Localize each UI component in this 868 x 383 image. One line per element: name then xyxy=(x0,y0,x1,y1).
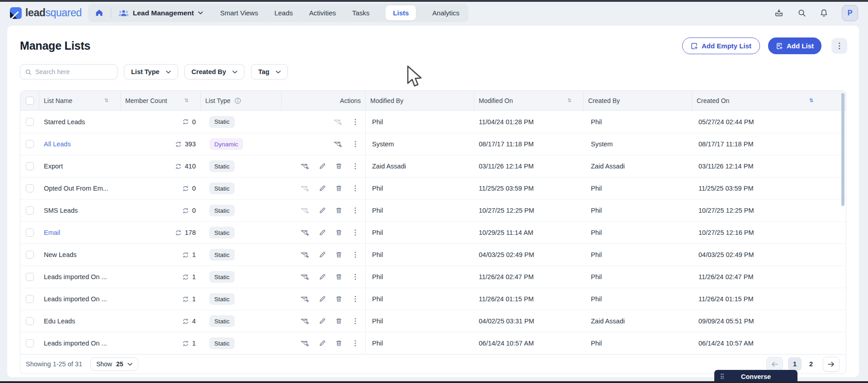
created-by-cell: Phil xyxy=(584,222,692,243)
row-checkbox[interactable] xyxy=(26,206,34,215)
page-1-button[interactable]: 1 xyxy=(788,357,802,371)
row-checkbox[interactable] xyxy=(26,229,34,237)
tab-lists[interactable]: Lists xyxy=(386,5,416,20)
refresh-count-icon[interactable] xyxy=(175,163,182,170)
delete-icon[interactable] xyxy=(335,207,342,214)
table-scrollbar-thumb[interactable] xyxy=(841,93,844,206)
edit-icon[interactable] xyxy=(319,340,326,347)
filter-dropdown-created-by[interactable]: Created By xyxy=(184,64,245,79)
more-actions-icon[interactable]: ⋮ xyxy=(352,118,359,126)
search-icon[interactable] xyxy=(797,9,806,17)
list-type-info-icon[interactable] xyxy=(235,98,241,104)
drag-handle-icon[interactable] xyxy=(721,374,724,380)
refresh-count-icon[interactable] xyxy=(182,296,189,303)
more-actions-icon[interactable]: ⋮ xyxy=(352,295,359,303)
workspace-switcher[interactable]: Lead Management xyxy=(115,9,207,17)
send-email-icon[interactable] xyxy=(334,118,342,126)
tab-activities[interactable]: Activities xyxy=(309,9,336,17)
delete-icon[interactable] xyxy=(335,229,342,236)
notifications-bell-icon[interactable] xyxy=(820,9,828,18)
delete-icon[interactable] xyxy=(335,273,342,280)
refresh-count-icon[interactable] xyxy=(182,118,189,125)
more-actions-icon[interactable]: ⋮ xyxy=(352,251,359,258)
member-count-cell: 4 xyxy=(121,310,201,332)
send-email-icon[interactable] xyxy=(334,140,342,148)
tab-tasks[interactable]: Tasks xyxy=(352,9,369,17)
row-checkbox[interactable] xyxy=(26,339,34,347)
send-email-icon[interactable] xyxy=(301,229,309,236)
more-actions-icon[interactable]: ⋮ xyxy=(352,140,359,148)
filter-dropdown-list-type[interactable]: List Type xyxy=(124,64,178,79)
edit-icon[interactable] xyxy=(319,185,326,192)
more-actions-icon[interactable]: ⋮ xyxy=(352,318,359,325)
edit-icon[interactable] xyxy=(319,273,326,280)
more-actions-icon[interactable]: ⋮ xyxy=(352,340,359,347)
delete-icon[interactable] xyxy=(335,295,342,303)
more-actions-icon[interactable]: ⋮ xyxy=(352,185,359,192)
page-2-button[interactable]: 2 xyxy=(804,357,818,371)
refresh-count-icon[interactable] xyxy=(182,185,189,192)
list-name[interactable]: Email xyxy=(44,229,60,236)
import-inbox-icon[interactable] xyxy=(774,8,784,18)
edit-icon[interactable] xyxy=(319,295,326,303)
refresh-count-icon[interactable] xyxy=(175,229,182,236)
sort-modified-on-icon[interactable]: ⇅ xyxy=(567,98,571,103)
delete-icon[interactable] xyxy=(335,185,342,192)
edit-icon[interactable] xyxy=(319,163,326,170)
add-list-button[interactable]: Add List xyxy=(768,37,821,54)
more-actions-icon[interactable]: ⋮ xyxy=(352,273,359,280)
send-email-icon[interactable] xyxy=(301,273,309,280)
refresh-count-icon[interactable] xyxy=(175,141,182,148)
sort-created-on-icon[interactable]: ⇅ xyxy=(809,98,813,103)
refresh-count-icon[interactable] xyxy=(182,252,189,258)
row-checkbox[interactable] xyxy=(26,295,34,303)
more-actions-icon[interactable]: ⋮ xyxy=(352,229,359,236)
send-email-icon[interactable] xyxy=(301,185,309,192)
edit-icon[interactable] xyxy=(319,229,326,236)
refresh-count-icon[interactable] xyxy=(182,340,189,347)
edit-icon[interactable] xyxy=(319,207,326,214)
more-actions-icon[interactable]: ⋮ xyxy=(352,163,359,170)
refresh-count-icon[interactable] xyxy=(182,274,189,280)
refresh-count-icon[interactable] xyxy=(182,207,189,214)
refresh-count-icon[interactable] xyxy=(182,318,189,325)
edit-icon[interactable] xyxy=(319,318,326,325)
send-email-icon[interactable] xyxy=(301,295,309,303)
next-page-button[interactable] xyxy=(823,357,840,372)
filter-dropdown-tag[interactable]: Tag xyxy=(251,64,288,79)
row-checkbox[interactable] xyxy=(26,118,34,126)
tab-leads[interactable]: Leads xyxy=(274,9,293,17)
send-email-icon[interactable] xyxy=(301,251,309,258)
created-by-cell: Phil xyxy=(584,332,692,354)
more-actions-icon[interactable]: ⋮ xyxy=(352,207,359,214)
row-checkbox[interactable] xyxy=(26,140,34,148)
leadsquared-logo[interactable]: leadsquared xyxy=(10,7,82,19)
row-checkbox[interactable] xyxy=(26,162,34,170)
send-email-icon[interactable] xyxy=(301,163,309,170)
tab-analytics[interactable]: Analytics xyxy=(432,9,459,17)
page-size-dropdown[interactable]: Show25 xyxy=(90,357,138,371)
sort-list-name-icon[interactable]: ⇅ xyxy=(104,98,108,103)
delete-icon[interactable] xyxy=(335,163,342,170)
delete-icon[interactable] xyxy=(335,340,342,347)
row-checkbox[interactable] xyxy=(26,273,34,281)
home-icon[interactable] xyxy=(92,5,107,21)
send-email-icon[interactable] xyxy=(301,318,309,325)
tab-smart-views[interactable]: Smart Views xyxy=(220,9,258,17)
list-name[interactable]: All Leads xyxy=(44,140,71,148)
delete-icon[interactable] xyxy=(335,251,342,258)
search-input[interactable] xyxy=(35,68,113,75)
delete-icon[interactable] xyxy=(335,318,342,325)
edit-icon[interactable] xyxy=(319,251,326,258)
row-checkbox[interactable] xyxy=(26,317,34,325)
user-avatar[interactable]: P xyxy=(842,5,858,21)
send-email-icon[interactable] xyxy=(301,207,309,214)
more-options-button[interactable]: ⋮ xyxy=(831,38,847,54)
sort-member-count-icon[interactable]: ⇅ xyxy=(184,98,189,103)
add-empty-list-button[interactable]: Add Empty List xyxy=(682,37,760,54)
row-checkbox[interactable] xyxy=(26,184,34,192)
previous-page-button[interactable] xyxy=(766,357,783,372)
send-email-icon[interactable] xyxy=(301,340,309,347)
select-all-checkbox[interactable] xyxy=(26,97,34,105)
row-checkbox[interactable] xyxy=(26,251,34,259)
